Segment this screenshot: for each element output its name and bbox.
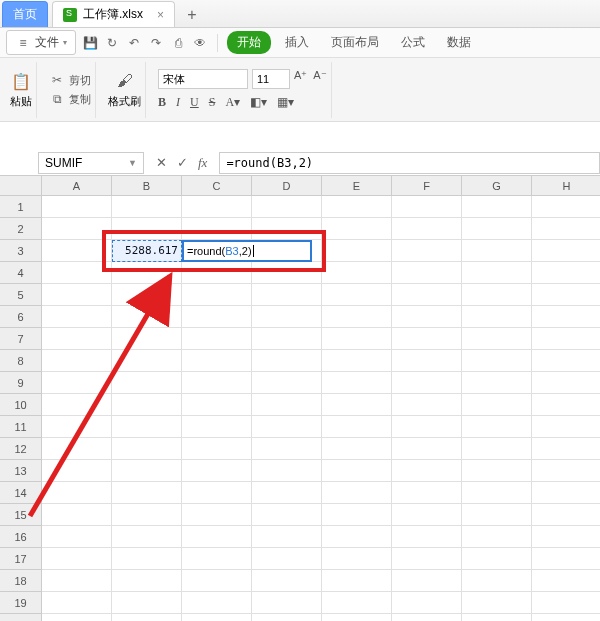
cell-d11[interactable]	[252, 416, 322, 438]
cell-e8[interactable]	[322, 350, 392, 372]
cell-b11[interactable]	[112, 416, 182, 438]
row-header-5[interactable]: 5	[0, 284, 42, 306]
cell-h9[interactable]	[532, 372, 600, 394]
row-header-17[interactable]: 17	[0, 548, 42, 570]
cell-g5[interactable]	[462, 284, 532, 306]
cell-f17[interactable]	[392, 548, 462, 570]
cell-f15[interactable]	[392, 504, 462, 526]
refresh-icon[interactable]: ↻	[104, 35, 120, 51]
cell-e2[interactable]	[322, 218, 392, 240]
column-header-e[interactable]: E	[322, 176, 392, 196]
cell-g18[interactable]	[462, 570, 532, 592]
cancel-edit-icon[interactable]: ✕	[156, 155, 167, 170]
cell-d12[interactable]	[252, 438, 322, 460]
cell-b2[interactable]	[112, 218, 182, 240]
row-header-12[interactable]: 12	[0, 438, 42, 460]
cell-b3[interactable]: 5288.617	[112, 240, 182, 262]
cell-h13[interactable]	[532, 460, 600, 482]
cell-h10[interactable]	[532, 394, 600, 416]
cell-e7[interactable]	[322, 328, 392, 350]
select-all-corner[interactable]	[0, 176, 42, 196]
cell-h17[interactable]	[532, 548, 600, 570]
cell-a15[interactable]	[42, 504, 112, 526]
cell-a16[interactable]	[42, 526, 112, 548]
cell-f5[interactable]	[392, 284, 462, 306]
row-header-7[interactable]: 7	[0, 328, 42, 350]
cell-g8[interactable]	[462, 350, 532, 372]
row-header-13[interactable]: 13	[0, 460, 42, 482]
row-header-10[interactable]: 10	[0, 394, 42, 416]
cell-a19[interactable]	[42, 592, 112, 614]
cell-f14[interactable]	[392, 482, 462, 504]
cell-f3[interactable]	[392, 240, 462, 262]
decrease-font-icon[interactable]: A⁻	[313, 69, 326, 89]
cell-c7[interactable]	[182, 328, 252, 350]
cell-a18[interactable]	[42, 570, 112, 592]
cell-e18[interactable]	[322, 570, 392, 592]
cell-e15[interactable]	[322, 504, 392, 526]
cell-e10[interactable]	[322, 394, 392, 416]
name-box-dropdown-icon[interactable]: ▼	[128, 158, 137, 168]
cell-f12[interactable]	[392, 438, 462, 460]
cell-b18[interactable]	[112, 570, 182, 592]
row-header-18[interactable]: 18	[0, 570, 42, 592]
cell-b5[interactable]	[112, 284, 182, 306]
column-header-g[interactable]: G	[462, 176, 532, 196]
cell-h5[interactable]	[532, 284, 600, 306]
cell-c13[interactable]	[182, 460, 252, 482]
cell-g9[interactable]	[462, 372, 532, 394]
close-tab-icon[interactable]: ×	[157, 8, 164, 22]
increase-font-icon[interactable]: A⁺	[294, 69, 307, 89]
cell-f11[interactable]	[392, 416, 462, 438]
cell-b17[interactable]	[112, 548, 182, 570]
cell-g16[interactable]	[462, 526, 532, 548]
cell-f19[interactable]	[392, 592, 462, 614]
cell-c10[interactable]	[182, 394, 252, 416]
column-header-c[interactable]: C	[182, 176, 252, 196]
cell-e16[interactable]	[322, 526, 392, 548]
cell-d9[interactable]	[252, 372, 322, 394]
column-header-b[interactable]: B	[112, 176, 182, 196]
cell-h11[interactable]	[532, 416, 600, 438]
cell-h3[interactable]	[532, 240, 600, 262]
cell-a13[interactable]	[42, 460, 112, 482]
cell-e9[interactable]	[322, 372, 392, 394]
start-tab-button[interactable]: 开始	[227, 31, 271, 54]
column-header-f[interactable]: F	[392, 176, 462, 196]
cell-d20[interactable]	[252, 614, 322, 621]
cell-c9[interactable]	[182, 372, 252, 394]
save-icon[interactable]: 💾	[82, 35, 98, 51]
tab-home[interactable]: 首页	[2, 1, 48, 27]
undo-icon[interactable]: ↶	[126, 35, 142, 51]
cell-d7[interactable]	[252, 328, 322, 350]
cell-g3[interactable]	[462, 240, 532, 262]
cell-a17[interactable]	[42, 548, 112, 570]
cell-c20[interactable]	[182, 614, 252, 621]
cell-f18[interactable]	[392, 570, 462, 592]
cell-e17[interactable]	[322, 548, 392, 570]
cell-b16[interactable]	[112, 526, 182, 548]
cell-b6[interactable]	[112, 306, 182, 328]
cell-b8[interactable]	[112, 350, 182, 372]
cell-f6[interactable]	[392, 306, 462, 328]
cell-d1[interactable]	[252, 196, 322, 218]
insert-tab[interactable]: 插入	[277, 31, 317, 54]
cell-a9[interactable]	[42, 372, 112, 394]
preview-icon[interactable]: 👁	[192, 35, 208, 51]
cell-a5[interactable]	[42, 284, 112, 306]
formula-input[interactable]	[219, 152, 600, 174]
cell-d19[interactable]	[252, 592, 322, 614]
copy-button[interactable]: ⧉ 复制	[49, 91, 91, 107]
fx-icon[interactable]: fx	[198, 155, 207, 171]
font-size-input[interactable]	[252, 69, 290, 89]
fill-color-button[interactable]: ◧▾	[250, 95, 267, 110]
cell-g10[interactable]	[462, 394, 532, 416]
cell-h1[interactable]	[532, 196, 600, 218]
cell-f1[interactable]	[392, 196, 462, 218]
row-header-1[interactable]: 1	[0, 196, 42, 218]
cell-e3[interactable]	[322, 240, 392, 262]
cell-h14[interactable]	[532, 482, 600, 504]
cell-h19[interactable]	[532, 592, 600, 614]
cell-e12[interactable]	[322, 438, 392, 460]
cell-g6[interactable]	[462, 306, 532, 328]
